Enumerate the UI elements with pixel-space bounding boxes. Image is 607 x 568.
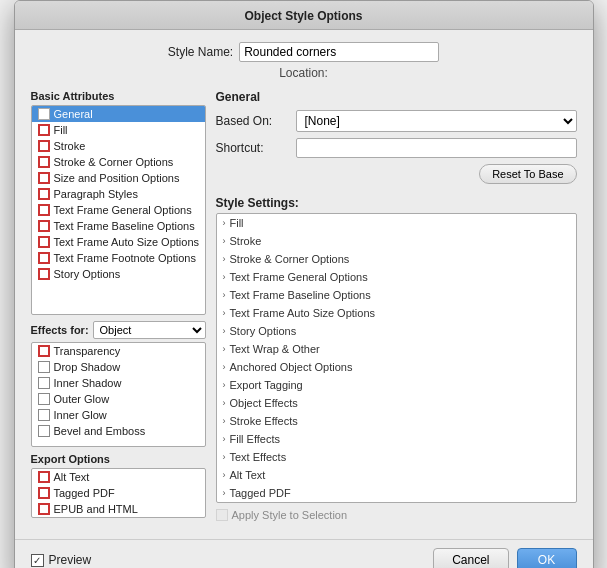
object-style-options-dialog: Object Style Options Style Name: Locatio…	[14, 0, 594, 568]
style-setting-item[interactable]: ›Text Frame General Options	[217, 268, 576, 286]
style-setting-item[interactable]: ›Text Frame Baseline Options	[217, 286, 576, 304]
style-setting-item[interactable]: ›Story Options	[217, 322, 576, 340]
style-setting-item[interactable]: ›Anchored Object Options	[217, 358, 576, 376]
list-item[interactable]: Stroke	[32, 138, 205, 154]
list-item[interactable]: Text Frame Baseline Options	[32, 218, 205, 234]
list-item[interactable]: Size and Position Options	[32, 170, 205, 186]
reset-to-base-button[interactable]: Reset To Base	[479, 164, 576, 184]
left-panel: Basic Attributes GeneralFillStrokeStroke…	[31, 90, 206, 521]
cancel-button[interactable]: Cancel	[433, 548, 508, 568]
basic-attributes-header: Basic Attributes	[31, 90, 206, 102]
export-list-item[interactable]: EPUB and HTML	[32, 501, 205, 517]
export-list-item[interactable]: Alt Text	[32, 469, 205, 485]
ok-button[interactable]: OK	[517, 548, 577, 568]
effects-list[interactable]: TransparencyDrop ShadowInner ShadowOuter…	[31, 342, 206, 447]
style-setting-item[interactable]: ›Stroke	[217, 232, 576, 250]
export-list-item[interactable]: Tagged PDF	[32, 485, 205, 501]
effects-list-item[interactable]: Drop Shadow	[32, 359, 205, 375]
list-item[interactable]: Text Frame Auto Size Options	[32, 234, 205, 250]
style-setting-item[interactable]: ›Alt Text	[217, 466, 576, 484]
effects-list-item[interactable]: Inner Glow	[32, 407, 205, 423]
effects-for-label: Effects for:	[31, 324, 89, 336]
preview-label: Preview	[49, 553, 92, 567]
style-setting-item[interactable]: ›Fill	[217, 214, 576, 232]
style-setting-item[interactable]: ›Text Effects	[217, 448, 576, 466]
style-setting-item[interactable]: ›Tagged PDF	[217, 484, 576, 502]
style-name-label: Style Name:	[168, 45, 233, 59]
bottom-bar: Preview Cancel OK	[15, 539, 593, 568]
list-item[interactable]: Stroke & Corner Options	[32, 154, 205, 170]
list-item[interactable]: Text Frame General Options	[32, 202, 205, 218]
style-setting-item[interactable]: ›Stroke & Corner Options	[217, 250, 576, 268]
preview-row: Preview	[31, 553, 92, 567]
based-on-label: Based On:	[216, 114, 296, 128]
right-panel: General Based On: [None] Shortcut: Reset…	[216, 90, 577, 521]
effects-list-item[interactable]: Outer Glow	[32, 391, 205, 407]
effects-for-select[interactable]: Object	[93, 321, 206, 339]
style-setting-item[interactable]: ›Text Wrap & Other	[217, 340, 576, 358]
apply-style-label: Apply Style to Selection	[232, 509, 348, 521]
style-setting-item[interactable]: ›Object Effects	[217, 394, 576, 412]
location-label: Location:	[279, 66, 328, 80]
general-header: General	[216, 90, 577, 104]
list-item[interactable]: General	[32, 106, 205, 122]
apply-style-checkbox[interactable]	[216, 509, 228, 521]
export-options-header: Export Options	[31, 453, 206, 465]
style-setting-item[interactable]: ›Fill Effects	[217, 430, 576, 448]
shortcut-input[interactable]	[296, 138, 577, 158]
preview-checkbox[interactable]	[31, 554, 44, 567]
effects-list-item[interactable]: Inner Shadow	[32, 375, 205, 391]
shortcut-label: Shortcut:	[216, 141, 296, 155]
list-item[interactable]: Fill	[32, 122, 205, 138]
style-setting-item[interactable]: ›Export Tagging	[217, 376, 576, 394]
style-setting-item[interactable]: ›Stroke Effects	[217, 412, 576, 430]
basic-attributes-list[interactable]: GeneralFillStrokeStroke & Corner Options…	[31, 105, 206, 315]
list-item[interactable]: Paragraph Styles	[32, 186, 205, 202]
list-item[interactable]: Story Options	[32, 266, 205, 282]
action-buttons: Cancel OK	[433, 548, 576, 568]
dialog-title: Object Style Options	[15, 1, 593, 30]
effects-list-item[interactable]: Transparency	[32, 343, 205, 359]
style-setting-item[interactable]: ›Text Frame Auto Size Options	[217, 304, 576, 322]
style-settings-list: ›Fill›Stroke›Stroke & Corner Options›Tex…	[216, 213, 577, 503]
list-item[interactable]: Text Frame Footnote Options	[32, 250, 205, 266]
based-on-select[interactable]: [None]	[296, 110, 577, 132]
effects-list-item[interactable]: Bevel and Emboss	[32, 423, 205, 439]
style-name-input[interactable]	[239, 42, 439, 62]
style-settings-label: Style Settings:	[216, 196, 577, 210]
export-list[interactable]: Alt TextTagged PDFEPUB and HTML	[31, 468, 206, 518]
